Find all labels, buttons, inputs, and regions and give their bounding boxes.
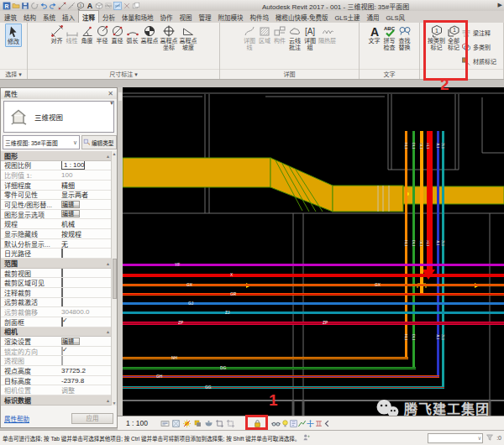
- property-row-目标高度[interactable]: 目标高度-2379.8: [1, 376, 113, 386]
- checkbox[interactable]: [61, 347, 63, 356]
- edit-button[interactable]: 编辑...: [61, 338, 80, 345]
- scroll-down-icon[interactable]: ▼: [113, 400, 117, 406]
- save-icon[interactable]: [20, 1, 29, 10]
- property-value[interactable]: 编辑...: [61, 338, 113, 346]
- tab-附加模块[interactable]: 附加模块: [215, 11, 247, 23]
- section-icon[interactable]: [103, 1, 113, 10]
- property-row-裁剪视图[interactable]: 裁剪视图: [1, 269, 113, 279]
- ribbon-button-查找替换[interactable]: 查找 替换: [397, 24, 412, 52]
- thin-lines-icon[interactable]: [113, 1, 122, 10]
- checkbox[interactable]: [61, 249, 63, 258]
- ribbon-button-区域[interactable]: 区域: [257, 24, 272, 45]
- property-value[interactable]: [61, 270, 113, 277]
- tab-协作[interactable]: 协作: [157, 11, 176, 23]
- ribbon-button-对齐[interactable]: 对齐: [50, 24, 65, 45]
- pipe-NH[interactable]: NH: [123, 357, 408, 359]
- property-row-远剪裁激活[interactable]: 远剪裁激活: [1, 298, 113, 308]
- property-row-相机位置[interactable]: 相机位置调整: [1, 385, 113, 395]
- measure-icon[interactable]: [66, 1, 76, 10]
- property-value[interactable]: 100: [61, 171, 113, 179]
- property-value[interactable]: 304800.0: [61, 308, 113, 316]
- active-workset-icon[interactable]: [302, 433, 311, 442]
- edit-button[interactable]: 编辑...: [61, 201, 80, 208]
- detail-level-icon[interactable]: [160, 418, 171, 429]
- property-row-锁定的方向[interactable]: 锁定的方向: [1, 347, 113, 357]
- tab-建筑[interactable]: 建筑: [1, 11, 20, 23]
- default-3d-view-icon[interactable]: [94, 1, 103, 10]
- checkbox[interactable]: [61, 269, 63, 278]
- property-value[interactable]: [61, 318, 113, 326]
- ribbon-button-直径[interactable]: 直径: [110, 24, 125, 45]
- tab-插入[interactable]: 插入: [59, 11, 78, 23]
- property-row-规程[interactable]: 规程机械: [1, 219, 113, 229]
- property-value[interactable]: [61, 357, 113, 364]
- ribbon-button-角度[interactable]: 角度: [80, 24, 95, 45]
- riser-pipe-4[interactable]: [427, 131, 433, 270]
- property-row-比例值 1:[interactable]: 比例值 1:100: [1, 170, 113, 181]
- property-row-注释裁剪[interactable]: 注释裁剪: [1, 288, 113, 298]
- property-value[interactable]: [61, 298, 113, 306]
- property-value[interactable]: [61, 289, 113, 296]
- property-row-裁剪区域可见[interactable]: 裁剪区域可见: [1, 278, 113, 288]
- show-crop-region-icon[interactable]: [225, 418, 236, 429]
- back-chevron-icon[interactable]: [322, 418, 333, 429]
- view-scale[interactable]: 1 : 100: [126, 419, 148, 427]
- ribbon-button-详图线[interactable]: 详图 线: [242, 24, 257, 52]
- chevron-down-icon[interactable]: ▼: [109, 101, 114, 106]
- property-value[interactable]: 按规程: [61, 229, 113, 238]
- ribbon-button-详图组[interactable]: [A]详图 组: [302, 24, 318, 52]
- property-row-日光路径[interactable]: 日光路径: [1, 249, 113, 259]
- pipe-YF[interactable]: YF: [123, 264, 504, 266]
- ribbon-button-构件[interactable]: 构件: [272, 24, 287, 45]
- pipe-X[interactable]: X: [123, 274, 504, 277]
- property-row-零件可见性[interactable]: 零件可见性显示两者: [1, 191, 113, 201]
- properties-help-link[interactable]: 属性帮助: [4, 414, 29, 423]
- property-row-默认分析显示...[interactable]: 默认分析显示...无: [1, 239, 113, 249]
- type-selector[interactable]: 三维视图: [3, 101, 114, 133]
- property-row-图形显示选项[interactable]: 图形显示选项编辑...: [1, 210, 113, 220]
- ribbon-button-高程点坡度[interactable]: 高程点 坡度: [179, 24, 198, 52]
- ribbon-button-高程点[interactable]: 高程点: [140, 24, 160, 45]
- ribbon-button-文字[interactable]: A文字: [367, 24, 382, 45]
- checkbox[interactable]: [61, 317, 63, 327]
- workset-combo[interactable]: ∨: [428, 433, 483, 443]
- scroll-up-icon[interactable]: ▲: [113, 151, 117, 156]
- pipe-GH[interactable]: GH: [123, 375, 439, 378]
- undo-icon[interactable]: [39, 1, 48, 10]
- sun-path-icon[interactable]: [181, 418, 192, 429]
- ribbon-button-隔热层[interactable]: 隔热层: [318, 24, 337, 45]
- shadows-icon[interactable]: [192, 418, 203, 429]
- tab-分析[interactable]: 分析: [99, 11, 118, 23]
- property-value[interactable]: 机械: [61, 219, 113, 228]
- tab-GLS风[interactable]: GLS风: [383, 11, 409, 23]
- property-row-视图比例[interactable]: 视图比例1 : 100: [1, 161, 113, 171]
- redo-icon[interactable]: [48, 1, 57, 10]
- riser-pipe-2[interactable]: [412, 131, 415, 368]
- property-row-视点高度[interactable]: 视点高度37725.2: [1, 366, 113, 376]
- tab-视图[interactable]: 视图: [176, 11, 196, 23]
- ribbon-button-修改[interactable]: 修改: [5, 24, 22, 47]
- riser-pipe-6[interactable]: [442, 131, 444, 387]
- tab-橄榄山快模-免费版[interactable]: 橄榄山快模-免费版: [272, 11, 332, 23]
- property-value[interactable]: [61, 249, 113, 257]
- property-value[interactable]: 无: [61, 239, 113, 249]
- tab-注释[interactable]: 注释: [78, 10, 99, 23]
- close-hidden-icon[interactable]: [122, 1, 131, 10]
- tab-通用[interactable]: 通用: [364, 11, 383, 23]
- tab-结构[interactable]: 结构: [20, 11, 39, 23]
- ribbon-button-云线批注[interactable]: 云线 批注: [287, 24, 302, 52]
- ribbon-button-半径[interactable]: 半径: [95, 24, 110, 45]
- visual-style-icon[interactable]: [171, 418, 181, 429]
- edit-button[interactable]: 编辑...: [61, 210, 80, 217]
- checkbox[interactable]: [61, 288, 63, 297]
- edit-type-button[interactable]: 编辑类型: [81, 135, 117, 149]
- tab-体量和场地[interactable]: 体量和场地: [118, 11, 157, 23]
- property-row-详细程度[interactable]: 详细程度精细: [1, 181, 113, 191]
- property-value[interactable]: [61, 348, 113, 355]
- revit-logo[interactable]: R: [2, 1, 11, 10]
- tag-icon[interactable]: 1: [76, 1, 85, 10]
- checkbox[interactable]: [61, 298, 63, 307]
- drawing-area[interactable]: YFXGXGXGRGJZJZPZPNHDGGHGGNL1DL1GL1XL1JL1…: [123, 87, 504, 416]
- view-combo[interactable]: 三维视图: 35#平面图 ∨: [3, 135, 80, 149]
- riser-pipe-3[interactable]: [420, 131, 423, 294]
